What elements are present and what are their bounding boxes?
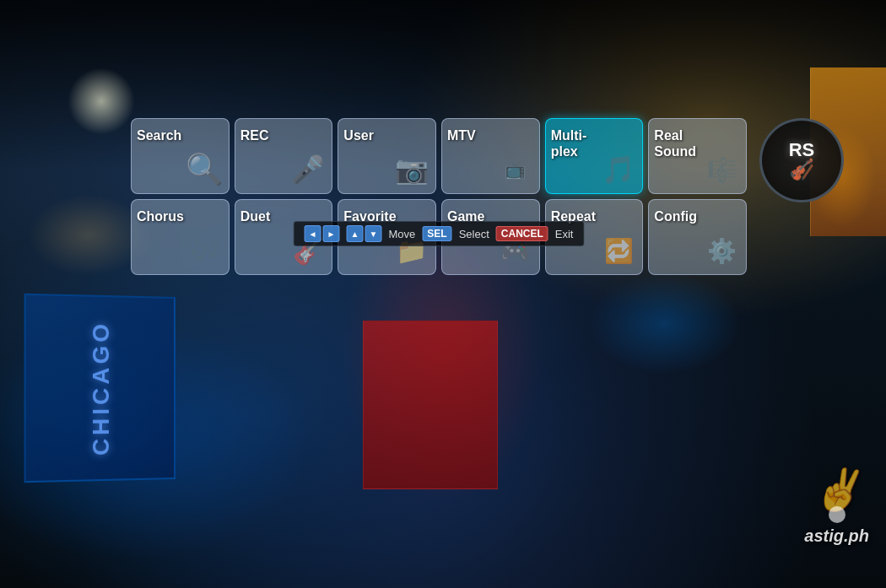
menu-btn-user[interactable]: User 📷 bbox=[338, 118, 436, 194]
menu-btn-search[interactable]: Search 🔍 bbox=[131, 118, 230, 194]
menu-btn-realsound-label: RealSound bbox=[654, 127, 696, 159]
rs-badge: RS 🎻 bbox=[759, 118, 844, 202]
watermark-circle bbox=[829, 506, 845, 523]
menu-btn-search-label: Search bbox=[137, 127, 181, 143]
menu-btn-realsound[interactable]: RealSound 🎼 bbox=[648, 118, 747, 194]
watermark-text: astig.ph bbox=[804, 526, 869, 546]
nav-left-icon[interactable]: ◄ bbox=[305, 225, 321, 242]
menu-btn-chorus[interactable]: Chorus 🎶 bbox=[131, 199, 230, 275]
menu-row-1: Search 🔍 REC 🎤 User 📷 MTV 📺 Multi-plex 🎵… bbox=[131, 118, 747, 194]
menu-btn-mtv[interactable]: MTV 📺 bbox=[441, 118, 540, 194]
rs-violin-icon: 🎻 bbox=[789, 158, 814, 181]
menu-btn-duet-label: Duet bbox=[240, 208, 271, 224]
chicago-text: CHICAGO bbox=[88, 321, 115, 456]
watermark: ✌ astig.ph bbox=[804, 470, 869, 546]
watermark-v-icon: ✌ bbox=[812, 470, 862, 510]
nav-ud-arrows: ▲ ▼ bbox=[347, 225, 382, 242]
sel-key: SEL bbox=[422, 226, 451, 241]
nav-down-icon[interactable]: ▼ bbox=[365, 225, 382, 242]
realsound-icon: 🎼 bbox=[704, 151, 741, 188]
exit-label: Exit bbox=[555, 228, 574, 240]
nav-up-icon[interactable]: ▲ bbox=[347, 225, 364, 242]
search-icon: 🔍 bbox=[186, 151, 224, 188]
chicago-billboard: CHICAGO bbox=[24, 294, 176, 483]
menu-container: Search 🔍 REC 🎤 User 📷 MTV 📺 Multi-plex 🎵… bbox=[131, 118, 747, 280]
menu-btn-multiplex[interactable]: Multi-plex 🎵 bbox=[545, 118, 644, 194]
multiplex-icon: 🎵 bbox=[600, 151, 637, 188]
mtv-icon: 📺 bbox=[497, 151, 534, 188]
menu-btn-multiplex-label: Multi-plex bbox=[551, 127, 587, 159]
menu-btn-chorus-label: Chorus bbox=[137, 208, 184, 224]
chorus-icon: 🎶 bbox=[186, 232, 224, 269]
repeat-icon: 🔁 bbox=[600, 232, 637, 269]
move-label: Move bbox=[389, 228, 416, 240]
menu-btn-user-label: User bbox=[343, 127, 374, 143]
menu-btn-config-label: Config bbox=[654, 208, 697, 224]
nav-arrows: ◄ ► bbox=[305, 225, 340, 242]
menu-btn-mtv-label: MTV bbox=[447, 127, 476, 143]
light-flare bbox=[68, 67, 135, 135]
menu-btn-rec-label: REC bbox=[240, 127, 269, 143]
nav-hint-bar: ◄ ► ▲ ▼ Move SEL Select CANCEL Exit bbox=[294, 221, 585, 246]
menu-btn-config[interactable]: Config ⚙️ bbox=[648, 199, 747, 275]
select-label: Select bbox=[459, 228, 489, 240]
rec-icon: 🎤 bbox=[289, 151, 327, 188]
cocacola-billboard bbox=[363, 321, 498, 489]
nav-right-icon[interactable]: ► bbox=[323, 225, 340, 242]
cancel-key: CANCEL bbox=[496, 226, 548, 241]
user-icon: 📷 bbox=[393, 151, 430, 188]
menu-btn-rec[interactable]: REC 🎤 bbox=[235, 118, 333, 194]
config-icon: ⚙️ bbox=[704, 232, 741, 269]
